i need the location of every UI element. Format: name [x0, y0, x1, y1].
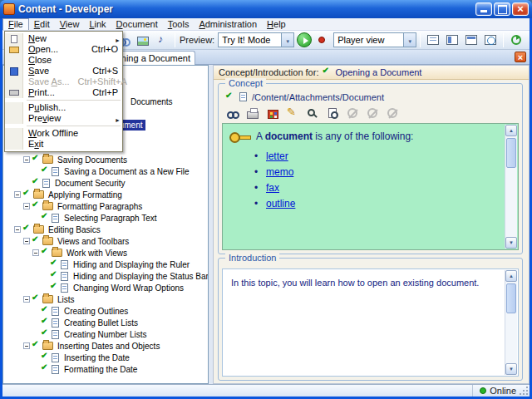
zoom-button[interactable] [303, 105, 322, 121]
check-icon [32, 341, 41, 351]
concept-link-fax[interactable]: fax [266, 182, 279, 194]
minimize-button[interactable] [475, 2, 492, 16]
concept-body: A document is any of the following: lett… [229, 131, 498, 214]
menu-view[interactable]: View [55, 18, 85, 30]
tree-item-saving-a-document-as-a-new-file[interactable]: Saving a Document as a New File [32, 165, 192, 177]
menu-item-print[interactable]: Print...Ctrl+P [5, 87, 122, 98]
detail-header-prefix: Concept/Introduction for: [219, 67, 318, 77]
tree-item-work-with-views[interactable]: Work with Views [32, 247, 130, 259]
tree-item-lists[interactable]: Lists [23, 293, 77, 305]
concept-link-outline[interactable]: outline [266, 198, 295, 209]
scroll-thumb[interactable] [506, 138, 516, 168]
help-button[interactable] [526, 32, 532, 48]
collapse-expander[interactable] [23, 235, 32, 247]
tree-item-changing-word-wrap-options[interactable]: Changing Word Wrap Options [42, 282, 186, 293]
collapse-expander[interactable] [14, 224, 22, 235]
check-icon [41, 213, 50, 223]
dropdown-arrow-icon[interactable] [403, 33, 416, 47]
record-button[interactable] [313, 32, 331, 48]
collapse-expander[interactable] [23, 154, 32, 165]
menu-item-open[interactable]: Open...Ctrl+O [5, 44, 122, 55]
player-view-button[interactable] [443, 32, 461, 48]
document-view-button[interactable] [424, 32, 442, 48]
menu-item-save[interactable]: SaveCtrl+S [5, 66, 122, 76]
toolbar-record-group [313, 32, 331, 48]
image-button[interactable] [134, 32, 152, 48]
tree-item-saving-documents[interactable]: Saving Documents [23, 154, 130, 165]
concept-link-letter[interactable]: letter [266, 150, 288, 162]
topic-icon [61, 272, 68, 281]
tree-item-hiding-and-displaying-the-ruler[interactable]: Hiding and Displaying the Ruler [42, 259, 192, 270]
menu-item-work-offline[interactable]: Work Offline [5, 128, 122, 139]
web-view-button[interactable] [481, 32, 500, 48]
run-preview-button[interactable] [297, 32, 312, 47]
tree-item-creating-bullet-lists[interactable]: Creating Bullet Lists [32, 317, 140, 328]
tree-item-hiding-and-displaying-the-status-bar[interactable]: Hiding and Displaying the Status Bar [42, 270, 209, 282]
tree-item-label: Creating Outlines [62, 306, 131, 317]
scroll-up-button[interactable] [505, 125, 517, 136]
close-button[interactable] [512, 2, 529, 16]
concept-scrollbar[interactable] [505, 125, 517, 249]
tree-item-formatting-the-date[interactable]: Formatting the Date [32, 363, 140, 375]
menu-item-close[interactable]: Close [5, 55, 122, 66]
collapse-expander[interactable] [23, 293, 32, 305]
toolbar-separator [420, 33, 421, 47]
menu-item-publish[interactable]: Publish... [5, 102, 122, 113]
menu-item-new[interactable]: New [5, 33, 122, 44]
menu-item-exit[interactable]: Exit [5, 139, 122, 150]
preview-mode-select[interactable]: Try It! Mode [218, 32, 294, 47]
tree-item-applying-formatting[interactable]: Applying Formatting [14, 189, 125, 200]
tree-item-label: Formatting Paragraphs [55, 201, 145, 212]
scroll-thumb[interactable] [506, 283, 516, 313]
menu-document[interactable]: Document [111, 18, 163, 30]
menu-file[interactable]: File [2, 18, 29, 30]
glasses-button[interactable] [224, 105, 242, 121]
print-button[interactable] [244, 105, 262, 121]
tree-item-documents[interactable]: Documents [128, 96, 175, 107]
tree-item-creating-number-lists[interactable]: Creating Number Lists [32, 328, 149, 340]
find-button[interactable] [323, 105, 342, 121]
scroll-down-button[interactable] [505, 237, 517, 249]
scroll-up-button[interactable] [505, 270, 517, 282]
tree-item-inserting-the-date[interactable]: Inserting the Date [32, 352, 132, 363]
menu-edit[interactable]: Edit [29, 18, 55, 30]
tree-item-document-security[interactable]: Document Security [23, 177, 127, 189]
list-item: letter [266, 150, 498, 162]
view-mode-select[interactable]: Player view [333, 32, 416, 47]
tree-item-label: Inserting the Date [62, 352, 132, 363]
introduction-text: In this topic, you will learn how to ope… [231, 278, 495, 288]
maximize-button[interactable] [494, 2, 510, 16]
introduction-scrollbar[interactable] [505, 270, 517, 375]
tree-item-label: Saving Documents [55, 155, 130, 165]
outline-view-button[interactable] [462, 32, 480, 48]
menu-tools[interactable]: Tools [163, 18, 195, 30]
detail-panel: Concept/Introduction for: Opening a Docu… [213, 65, 530, 384]
menu-help[interactable]: Help [262, 18, 291, 30]
collapse-expander[interactable] [32, 247, 41, 259]
resize-grip[interactable] [520, 387, 528, 395]
tree-item-selecting-paragraph-text[interactable]: Selecting Paragraph Text [32, 212, 160, 224]
scroll-down-button[interactable] [505, 363, 517, 375]
concept-path-text: /Content/Attachments/Document [252, 92, 384, 102]
find-icon [328, 108, 337, 118]
dropdown-arrow-icon[interactable] [281, 33, 293, 47]
concept-link-memo[interactable]: memo [266, 166, 293, 178]
tree-item-inserting-dates-and-objects[interactable]: Inserting Dates and Objects [23, 340, 162, 352]
tree-item-editing-basics[interactable]: Editing Basics [14, 224, 103, 235]
refresh-button[interactable] [507, 32, 525, 48]
menu-item-preview[interactable]: Preview [5, 113, 122, 124]
tree-item-views-and-toolbars[interactable]: Views and Toolbars [23, 235, 131, 247]
tree-item-label: Work with Views [64, 248, 130, 259]
sound-button[interactable] [153, 32, 171, 48]
tree-item-creating-outlines[interactable]: Creating Outlines [32, 305, 131, 317]
tree-item-formatting-paragraphs[interactable]: Formatting Paragraphs [23, 200, 145, 212]
menu-administration[interactable]: Administration [194, 18, 262, 30]
menu-link[interactable]: Link [84, 18, 111, 30]
close-pane-button[interactable] [515, 52, 526, 62]
collapse-expander[interactable] [23, 340, 32, 352]
view-mode-value: Player view [334, 35, 403, 45]
edit-button[interactable] [283, 105, 302, 121]
collapse-expander[interactable] [14, 189, 22, 200]
collapse-expander[interactable] [23, 200, 32, 212]
palette-button[interactable] [264, 105, 282, 121]
